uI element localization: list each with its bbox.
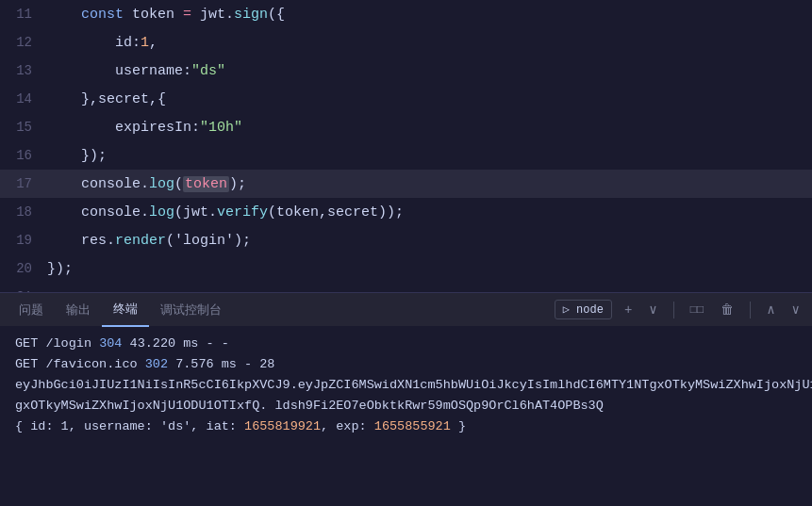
- terminal-line: gxOTkyMSwiZXhwIjoxNjU1ODU1OTIxfQ. ldsh9F…: [15, 396, 797, 416]
- terminal-line: { id: 1, username: 'ds', iat: 1655819921…: [15, 416, 797, 437]
- line-content: res.render('login');: [47, 227, 251, 255]
- line-number: 18: [0, 198, 47, 226]
- code-editor: 11 const token = jwt.sign({12 id:1,13 us…: [0, 0, 812, 292]
- terminal-options-button[interactable]: ∨: [644, 300, 661, 319]
- terminal-tabs-bar: 问题输出终端调试控制台 ▷ node+∨□□🗑∧∨: [0, 292, 812, 326]
- split-terminal-button[interactable]: □□: [686, 302, 708, 318]
- add-terminal-button[interactable]: +: [620, 301, 637, 319]
- line-number: 20: [0, 254, 47, 283]
- delete-terminal-button[interactable]: 🗑: [716, 301, 738, 319]
- maximize-panel-button[interactable]: ∧: [762, 300, 779, 319]
- line-number: 13: [0, 57, 47, 85]
- line-content: const token = jwt.sign({: [47, 1, 285, 29]
- run-node-button[interactable]: ▷ node: [555, 300, 612, 319]
- code-line-12: 12 id:1,: [0, 28, 812, 57]
- code-line-13: 13 username:"ds": [0, 57, 812, 85]
- line-number: 11: [0, 0, 47, 28]
- code-line-11: 11 const token = jwt.sign({: [0, 0, 812, 28]
- line-number: 14: [0, 85, 47, 113]
- terminal-line: GET /favicon.ico 302 7.576 ms - 28: [15, 354, 797, 375]
- line-content: });: [47, 255, 73, 284]
- line-number: 15: [0, 113, 47, 141]
- line-number: 21: [0, 283, 47, 292]
- code-line-17: 17 console.log(token);: [0, 170, 812, 198]
- code-line-14: 14 },secret,{: [0, 85, 812, 113]
- line-content: console.log(token);: [47, 171, 246, 199]
- terminal-tab-终端[interactable]: 终端: [102, 293, 149, 327]
- line-number: 17: [0, 170, 47, 198]
- code-line-18: 18 console.log(jwt.verify(token,secret))…: [0, 198, 812, 226]
- code-line-19: 19 res.render('login');: [0, 226, 812, 254]
- terminal-panel: 问题输出终端调试控制台 ▷ node+∨□□🗑∧∨ GET /login 304…: [0, 292, 812, 506]
- code-line-21: 21: [0, 283, 812, 292]
- line-number: 19: [0, 226, 47, 254]
- line-content: },secret,{: [47, 86, 166, 114]
- terminal-line: GET /login 304 43.220 ms - -: [15, 334, 797, 354]
- terminal-actions: ▷ node+∨□□🗑∧∨: [555, 300, 804, 319]
- terminal-tab-问题[interactable]: 问题: [8, 293, 55, 327]
- code-line-15: 15 expiresIn:"10h": [0, 113, 812, 141]
- code-line-20: 20});: [0, 254, 812, 283]
- line-content: expiresIn:"10h": [47, 114, 242, 142]
- line-number: 12: [0, 28, 47, 57]
- line-content: id:1,: [47, 29, 157, 57]
- divider: [673, 302, 674, 318]
- terminal-tab-调试控制台[interactable]: 调试控制台: [149, 293, 233, 327]
- line-content: console.log(jwt.verify(token,secret));: [47, 199, 404, 227]
- terminal-line: eyJhbGci0iJIUzI1NiIsInR5cCI6IkpXVCJ9.eyJ…: [15, 375, 797, 396]
- code-line-16: 16 });: [0, 141, 812, 170]
- line-number: 16: [0, 141, 47, 170]
- minimize-panel-button[interactable]: ∨: [787, 300, 804, 319]
- terminal-content: GET /login 304 43.220 ms - -GET /favicon…: [0, 326, 812, 506]
- divider2: [750, 302, 751, 318]
- terminal-tab-输出[interactable]: 输出: [55, 293, 102, 327]
- line-content: username:"ds": [47, 57, 225, 86]
- line-content: });: [47, 142, 107, 171]
